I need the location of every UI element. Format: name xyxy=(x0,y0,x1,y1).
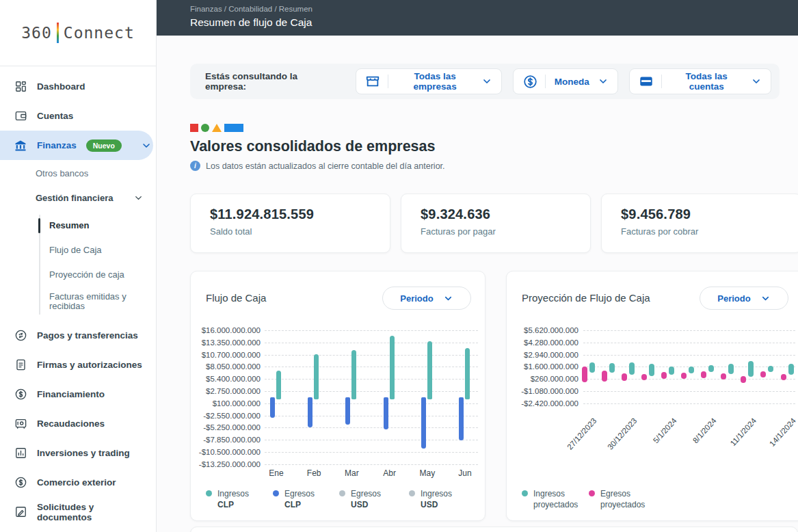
x-axis-tick-label: Abr xyxy=(383,468,396,478)
gridline xyxy=(583,403,795,404)
gridline xyxy=(265,416,478,416)
accounts-dropdown[interactable]: Todas las cuentas xyxy=(629,68,771,94)
capsule-egresos-proyectados[interactable] xyxy=(661,372,667,379)
bar-ingresos-clp[interactable] xyxy=(314,354,319,399)
y-axis-tick-label: -$2.550.000.000 xyxy=(191,412,261,420)
legend-item: Ingresosproyectados xyxy=(522,489,578,509)
x-axis-tick-label: Mar xyxy=(345,468,359,478)
capsule-egresos-proyectados[interactable] xyxy=(681,373,687,379)
capsule-egresos-proyectados[interactable] xyxy=(760,371,766,377)
gridline xyxy=(265,403,478,404)
vault-icon xyxy=(14,417,27,431)
transfer-icon xyxy=(14,329,27,343)
y-axis-tick-label: -$1.080.000.000 xyxy=(507,387,578,395)
sidebar-subitem-proyecci-n-de-caja[interactable]: Proyección de caja xyxy=(0,263,156,287)
legend-dot-icon xyxy=(589,490,595,496)
info-icon: i xyxy=(190,161,200,171)
capsule-egresos-proyectados[interactable] xyxy=(741,376,746,383)
capsule-ingresos-proyectados[interactable] xyxy=(589,362,595,373)
company-dropdown[interactable]: Todas las empresas xyxy=(356,68,502,94)
legend-dot-icon xyxy=(339,490,345,496)
capsule-egresos-proyectados[interactable] xyxy=(622,373,627,381)
bar-egresos-clp[interactable] xyxy=(421,397,426,449)
sidebar-subitem-facturas-emitidas-y-recibidas[interactable]: Facturas emitidas y recibidas xyxy=(0,287,156,316)
cash-flow-chart-card: Flujo de Caja Periodo $16.000.000.000$13… xyxy=(190,271,486,521)
capsule-egresos-proyectados[interactable] xyxy=(582,367,587,382)
sidebar-item-cuentas[interactable]: Cuentas xyxy=(0,101,156,131)
y-axis-tick-label: $8.050.000.000 xyxy=(191,362,261,371)
info-text: Los datos están actualizados al cierre c… xyxy=(206,161,445,171)
capsule-ingresos-proyectados[interactable] xyxy=(788,364,794,375)
currency-dropdown[interactable]: Moneda xyxy=(513,68,618,94)
chevron-down-icon xyxy=(598,76,609,87)
capsule-ingresos-proyectados[interactable] xyxy=(728,364,734,374)
sidebar-group-gestion-financiera[interactable]: Gestión financiera xyxy=(0,186,156,209)
sidebar-item-finanzas[interactable]: Finanzas Nuevo xyxy=(0,131,153,160)
y-axis-tick-label: $16.000.000.000 xyxy=(191,326,261,334)
gridline xyxy=(265,391,478,392)
sidebar-item-comercio-exterior[interactable]: Comercio exterior xyxy=(0,468,156,497)
sidebar-item-financiamiento[interactable]: Financiamiento xyxy=(0,380,156,409)
capsule-ingresos-proyectados[interactable] xyxy=(748,361,754,377)
dashboard-icon xyxy=(14,80,27,94)
wallet-icon xyxy=(14,109,27,123)
bar-ingresos-clp[interactable] xyxy=(465,348,470,400)
sidebar-item-firmas-y-autorizaciones[interactable]: Firmas y autorizaciones xyxy=(0,350,156,380)
gridline xyxy=(583,379,795,380)
capsule-ingresos-proyectados[interactable] xyxy=(689,367,694,373)
bar-egresos-clp[interactable] xyxy=(270,397,275,418)
capsule-egresos-proyectados[interactable] xyxy=(641,374,647,380)
signature-doc-icon xyxy=(14,358,27,372)
dollar-circle-icon xyxy=(14,476,27,490)
capsule-ingresos-proyectados[interactable] xyxy=(669,367,674,374)
x-axis-tick-label: 5/1/2024 xyxy=(651,416,678,444)
section-title: Valores consolidados de empresas xyxy=(190,138,436,155)
legend-dot-icon xyxy=(273,490,279,496)
sidebar-group-label: Gestión financiera xyxy=(36,193,113,203)
chevron-down-icon xyxy=(133,193,144,203)
legend-label: Egresos xyxy=(351,489,381,498)
capsule-egresos-proyectados[interactable] xyxy=(701,371,706,378)
sidebar-item-solicitudes-y-documentos[interactable]: Solicitudes y documentos xyxy=(0,497,156,527)
stat-value: $9.456.789 xyxy=(621,207,798,222)
capsule-ingresos-proyectados[interactable] xyxy=(609,363,615,373)
divider xyxy=(388,75,388,88)
legend-label-line2: proyectados xyxy=(600,500,645,509)
capsule-ingresos-proyectados[interactable] xyxy=(708,365,714,372)
sidebar-item-otros-bancos[interactable]: Otros bancos xyxy=(0,160,156,186)
bar-ingresos-clp[interactable] xyxy=(276,371,281,399)
sidebar-subitem-flujo-de-caja[interactable]: Flujo de Caja xyxy=(0,238,156,263)
capsule-ingresos-proyectados[interactable] xyxy=(649,364,654,376)
yellow-triangle-icon xyxy=(212,124,222,132)
cash-flow-projection-chart-card: Proyección de Flujo de Caja Periodo $5.6… xyxy=(506,271,798,521)
sidebar-item-dashboard[interactable]: Dashboard xyxy=(0,72,156,101)
bar-ingresos-clp[interactable] xyxy=(351,350,356,399)
capsule-egresos-proyectados[interactable] xyxy=(602,371,607,382)
bar-egresos-clp[interactable] xyxy=(345,397,350,425)
bar-egresos-clp[interactable] xyxy=(308,397,312,427)
capsule-egresos-proyectados[interactable] xyxy=(781,374,786,380)
sidebar-item-inversiones-y-trading[interactable]: Inversiones y trading xyxy=(0,438,156,468)
bar-egresos-clp[interactable] xyxy=(384,397,388,429)
green-circle-icon xyxy=(201,124,209,132)
gridline xyxy=(583,343,795,343)
sidebar-subitem-label: Proyección de caja xyxy=(49,270,124,280)
sidebar-item-pagos-y-transferencias[interactable]: Pagos y transferencias xyxy=(0,321,156,350)
y-axis-tick-label: $2.750.000.000 xyxy=(191,387,261,395)
gestion-financiera-submenu: ResumenFlujo de CajaProyección de cajaFa… xyxy=(0,213,156,316)
bar-egresos-clp[interactable] xyxy=(459,397,464,440)
capsule-ingresos-proyectados[interactable] xyxy=(768,366,773,372)
sidebar: 360 Connect DashboardCuentas Finanzas Nu… xyxy=(0,0,157,532)
bar-ingresos-clp[interactable] xyxy=(390,336,395,399)
legend-label: Ingresos xyxy=(217,489,249,498)
legend-item: Egresosproyectados xyxy=(589,489,645,509)
sidebar-subitem-resumen[interactable]: Resumen xyxy=(0,213,156,238)
capsule-ingresos-proyectados[interactable] xyxy=(629,362,635,375)
bar-ingresos-clp[interactable] xyxy=(427,341,432,399)
sidebar-subitem-label: Facturas emitidas y recibidas xyxy=(49,292,149,312)
currency-dropdown-value: Moneda xyxy=(553,77,590,87)
sidebar-item-recaudaciones[interactable]: Recaudaciones xyxy=(0,409,156,438)
company-filter-bar: Estás consultando la empresa: Todas las … xyxy=(190,64,780,99)
legend-item: IngresosUSD xyxy=(409,489,452,509)
legend-item: EgresosUSD xyxy=(339,489,381,509)
